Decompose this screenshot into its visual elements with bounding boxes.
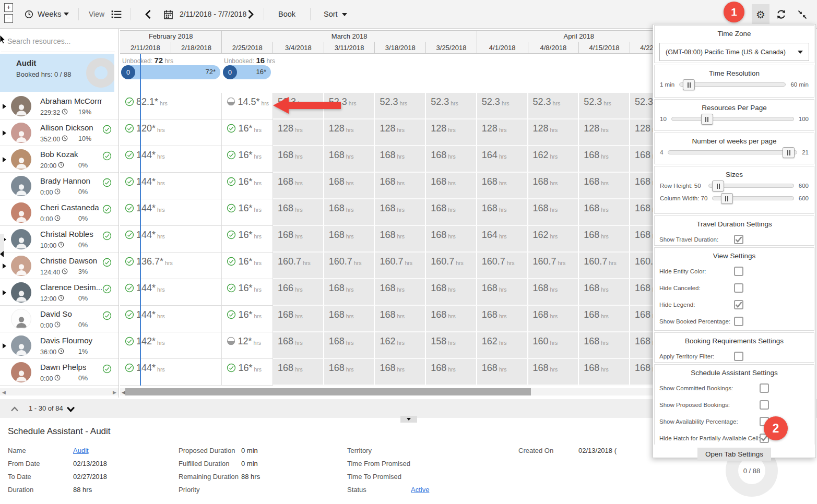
expand-arrow-icon[interactable] — [3, 343, 6, 349]
grid-cell[interactable]: 168hrs — [375, 279, 426, 306]
week-header-cell[interactable]: 3/25/2018 — [426, 42, 477, 54]
detail-value-link[interactable]: Audit — [73, 447, 89, 454]
grid-cell[interactable]: 144*hrs — [120, 199, 222, 226]
week-header-cell[interactable]: 3/11/2018 — [324, 42, 375, 54]
grid-cell[interactable]: 168hrs — [324, 226, 375, 253]
grid-cell[interactable]: 166hrs — [273, 279, 324, 306]
weeks-per-page-slider[interactable] — [668, 150, 797, 154]
resource-row[interactable]: Cheri Castaneda0:000% — [0, 199, 119, 226]
slider-thumb[interactable] — [783, 147, 795, 158]
grid-cell[interactable]: 162hrs — [528, 226, 579, 253]
grid-cell[interactable]: 120*hrs — [120, 119, 222, 146]
grid-cell[interactable]: 168hrs — [273, 226, 324, 253]
grid-cell[interactable]: 168hrs — [273, 332, 324, 359]
sort-button[interactable]: Sort — [324, 10, 338, 18]
grid-cell[interactable]: 160.7hrs — [579, 253, 630, 279]
resource-row[interactable]: Clarence Desim...12:000% — [0, 279, 119, 306]
grid-cell[interactable]: 128hrs — [273, 119, 324, 146]
week-header-cell[interactable]: 4/15/2018 — [579, 42, 630, 54]
checkbox[interactable] — [734, 267, 743, 276]
list-icon[interactable] — [111, 10, 122, 21]
book-button[interactable]: Book — [278, 10, 295, 18]
date-range-label[interactable]: 2/11/2018 - 7/7/2018 — [180, 10, 246, 18]
grid-cell[interactable]: 128hrs — [477, 119, 528, 146]
grid-cell[interactable]: 168hrs — [426, 146, 477, 173]
unbooked-bar[interactable]: 016* — [223, 65, 271, 79]
grid-cell[interactable]: 168hrs — [630, 279, 654, 306]
zoom-in-button[interactable]: + — [4, 3, 13, 12]
grid-cell[interactable]: 168hrs — [426, 306, 477, 332]
grid-cell[interactable]: 160.7hrs — [630, 253, 654, 279]
view-mode-label[interactable]: Weeks — [38, 9, 62, 18]
grid-cell[interactable]: 16*hrs — [222, 253, 273, 279]
page-up-icon[interactable] — [10, 405, 19, 414]
detail-value-link[interactable]: Active — [411, 486, 429, 494]
grid-cell[interactable]: 158hrs — [426, 332, 477, 359]
grid-cell[interactable]: 168hrs — [273, 199, 324, 226]
grid-cell[interactable]: 168hrs — [477, 359, 528, 386]
grid-cell[interactable]: 168hrs — [528, 279, 579, 306]
slider-thumb[interactable] — [683, 79, 695, 90]
grid-cell[interactable]: 164hrs — [477, 146, 528, 173]
grid-cell[interactable]: 168hrs — [273, 146, 324, 173]
grid-cell[interactable]: 136.7*hrs — [120, 253, 222, 279]
slider-thumb[interactable] — [701, 114, 713, 125]
timezone-select[interactable]: (GMT-08:00) Pacific Time (US & Canada) — [659, 43, 809, 61]
grid-cell[interactable]: 160.7hrs — [477, 253, 528, 279]
grid-cell[interactable]: 168hrs — [426, 173, 477, 199]
grid-cell[interactable]: 162hrs — [477, 332, 528, 359]
collapse-icon[interactable] — [797, 9, 808, 22]
grid-cell[interactable]: 168hrs — [630, 306, 654, 332]
grid-cell[interactable]: 144*hrs — [120, 146, 222, 173]
week-header-cell[interactable]: 4/22/2018 — [630, 42, 654, 54]
expand-arrow-icon[interactable] — [3, 263, 6, 269]
grid-cell[interactable]: 12*hrs — [222, 332, 273, 359]
bottom-panel-collapse-tab[interactable] — [400, 416, 417, 423]
grid-cell[interactable]: 168hrs — [375, 199, 426, 226]
requirement-card[interactable]: Audit Booked hrs: 0 / 88 — [0, 54, 114, 92]
resources-per-page-slider[interactable] — [671, 117, 794, 121]
grid-cell[interactable]: 168hrs — [426, 279, 477, 306]
grid-cell[interactable]: 168hrs — [630, 146, 654, 173]
scroll-right-icon[interactable]: ▶ — [113, 390, 116, 395]
resource-row[interactable]: Davis Flournoy36:001% — [0, 332, 119, 359]
grid-cell[interactable]: 168hrs — [579, 199, 630, 226]
column-width-slider[interactable] — [712, 196, 794, 200]
slider-thumb[interactable] — [712, 181, 724, 191]
refresh-icon[interactable] — [776, 9, 787, 22]
grid-cell[interactable]: 16*hrs — [222, 119, 273, 146]
chevron-right-icon[interactable] — [248, 9, 254, 21]
expand-arrow-icon[interactable] — [3, 290, 6, 295]
grid-cell[interactable]: 52.3hrs — [630, 93, 654, 119]
grid-cell[interactable]: 168hrs — [375, 359, 426, 386]
grid-cell[interactable]: 168hrs — [528, 306, 579, 332]
resource-row[interactable]: Christal Robles10:000% — [0, 226, 119, 253]
chevron-down-icon[interactable] — [342, 13, 347, 16]
grid-cell[interactable]: 144*hrs — [120, 359, 222, 386]
unbooked-bar[interactable]: 072* — [121, 65, 220, 79]
checkbox-checked[interactable] — [734, 235, 743, 244]
week-header-cell[interactable]: 2/18/2018 — [171, 42, 222, 54]
grid-cell[interactable]: 52.3hrs — [426, 93, 477, 119]
resource-row[interactable]: Dawn Phelps0:000% — [0, 359, 119, 386]
grid-cell[interactable]: 168hrs — [579, 173, 630, 199]
zoom-out-button[interactable]: − — [4, 14, 13, 23]
grid-cell[interactable]: 168hrs — [579, 226, 630, 253]
grid-cell[interactable]: 160.7hrs — [426, 253, 477, 279]
grid-cell[interactable]: 168hrs — [630, 332, 654, 359]
grid-cell[interactable]: 168hrs — [579, 146, 630, 173]
week-header-cell[interactable]: 2/25/2018 — [222, 42, 273, 54]
grid-cell[interactable]: 128hrs — [528, 119, 579, 146]
resource-row[interactable]: Bob Kozak20:000% — [0, 146, 119, 173]
grid-cell[interactable]: 168hrs — [477, 199, 528, 226]
grid-cell[interactable]: 128hrs — [630, 119, 654, 146]
week-header-cell[interactable]: 2/11/2018 — [120, 42, 171, 54]
grid-cell[interactable]: 168hrs — [273, 173, 324, 199]
page-down-icon[interactable] — [66, 405, 75, 415]
grid-cell[interactable]: 144*hrs — [120, 226, 222, 253]
expand-arrow-icon[interactable] — [3, 104, 6, 109]
grid-cell[interactable]: 162hrs — [375, 332, 426, 359]
scrollbar-thumb[interactable] — [125, 388, 531, 395]
expand-arrow-icon[interactable] — [3, 157, 6, 162]
grid-cell[interactable]: 168hrs — [426, 199, 477, 226]
